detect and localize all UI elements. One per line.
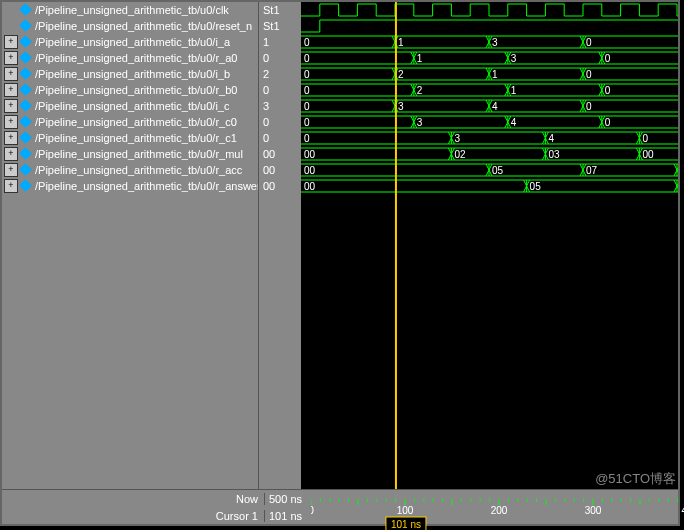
- signal-value: 00: [259, 146, 301, 162]
- svg-text:0: 0: [304, 69, 310, 80]
- svg-text:4: 4: [492, 101, 498, 112]
- watermark: @51CTO博客: [595, 470, 676, 488]
- signal-row[interactable]: /Pipeline_unsigned_arithmetic_tb/u0/rese…: [2, 18, 258, 34]
- svg-text:200: 200: [491, 505, 508, 516]
- cursor-label: Cursor 1: [2, 510, 264, 522]
- signal-value: St1: [259, 18, 301, 34]
- svg-text:0: 0: [304, 53, 310, 64]
- svg-text:0: 0: [304, 117, 310, 128]
- waveform-panel[interactable]: 0130013002100210034003400340000203000005…: [301, 2, 678, 489]
- signal-name: /Pipeline_unsigned_arithmetic_tb/u0/r_mu…: [35, 148, 243, 160]
- svg-text:0: 0: [304, 37, 310, 48]
- now-value: 500 ns: [264, 493, 311, 505]
- signal-icon: [20, 132, 32, 144]
- signal-value: 0: [259, 114, 301, 130]
- expand-icon[interactable]: +: [4, 83, 18, 97]
- signal-row[interactable]: +/Pipeline_unsigned_arithmetic_tb/u0/r_a…: [2, 162, 258, 178]
- svg-text:0: 0: [586, 101, 592, 112]
- svg-text:0: 0: [304, 101, 310, 112]
- now-label: Now: [2, 493, 264, 505]
- signal-icon: [20, 4, 32, 16]
- signal-row[interactable]: /Pipeline_unsigned_arithmetic_tb/u0/clk: [2, 2, 258, 18]
- signal-row[interactable]: +/Pipeline_unsigned_arithmetic_tb/u0/r_a…: [2, 178, 258, 194]
- svg-text:2: 2: [398, 69, 404, 80]
- svg-text:3: 3: [511, 53, 517, 64]
- signal-row[interactable]: +/Pipeline_unsigned_arithmetic_tb/u0/r_a…: [2, 50, 258, 66]
- signal-value: 0: [259, 50, 301, 66]
- signal-value: 0: [259, 82, 301, 98]
- signal-icon: [20, 20, 32, 32]
- signal-icon: [20, 36, 32, 48]
- expand-icon[interactable]: +: [4, 147, 18, 161]
- svg-text:03: 03: [548, 149, 560, 160]
- signal-value: 1: [259, 34, 301, 50]
- signal-name: /Pipeline_unsigned_arithmetic_tb/u0/r_c0: [35, 116, 237, 128]
- signal-icon: [20, 148, 32, 160]
- signal-icon: [20, 84, 32, 96]
- signal-icon: [20, 164, 32, 176]
- svg-text:4: 4: [548, 133, 554, 144]
- svg-text:0: 0: [605, 117, 611, 128]
- signal-row[interactable]: +/Pipeline_unsigned_arithmetic_tb/u0/r_c…: [2, 114, 258, 130]
- expand-icon[interactable]: +: [4, 67, 18, 81]
- signal-row[interactable]: +/Pipeline_unsigned_arithmetic_tb/u0/r_m…: [2, 146, 258, 162]
- signal-value: 0: [259, 130, 301, 146]
- signal-name: /Pipeline_unsigned_arithmetic_tb/u0/i_a: [35, 36, 230, 48]
- signal-name: /Pipeline_unsigned_arithmetic_tb/u0/i_c: [35, 100, 229, 112]
- svg-text:00: 00: [304, 149, 316, 160]
- signal-row[interactable]: +/Pipeline_unsigned_arithmetic_tb/u0/i_b: [2, 66, 258, 82]
- signal-row[interactable]: +/Pipeline_unsigned_arithmetic_tb/u0/r_c…: [2, 130, 258, 146]
- expand-icon[interactable]: +: [4, 179, 18, 193]
- expand-icon[interactable]: +: [4, 99, 18, 113]
- svg-text:100: 100: [397, 505, 414, 516]
- signal-name: /Pipeline_unsigned_arithmetic_tb/u0/r_c1: [35, 132, 237, 144]
- signal-row[interactable]: +/Pipeline_unsigned_arithmetic_tb/u0/i_a: [2, 34, 258, 50]
- svg-text:02: 02: [454, 149, 466, 160]
- expand-icon[interactable]: +: [4, 51, 18, 65]
- signal-value: 2: [259, 66, 301, 82]
- cursor-value[interactable]: 101 ns: [264, 510, 311, 522]
- svg-text:0: 0: [605, 53, 611, 64]
- svg-text:0: 0: [605, 85, 611, 96]
- svg-text:1: 1: [492, 69, 498, 80]
- signal-name: /Pipeline_unsigned_arithmetic_tb/u0/r_ac…: [35, 164, 242, 176]
- svg-text:00: 00: [304, 165, 316, 176]
- svg-text:07: 07: [586, 165, 598, 176]
- svg-text:4: 4: [511, 117, 517, 128]
- signal-row[interactable]: +/Pipeline_unsigned_arithmetic_tb/u0/i_c: [2, 98, 258, 114]
- svg-text:0: 0: [586, 37, 592, 48]
- svg-text:1: 1: [511, 85, 517, 96]
- signal-icon: [20, 52, 32, 64]
- svg-text:00: 00: [304, 181, 316, 192]
- signal-icon: [20, 116, 32, 128]
- signal-value: 00: [259, 162, 301, 178]
- signal-values-panel: St1St11020300000000: [258, 2, 301, 489]
- svg-text:00: 00: [642, 149, 654, 160]
- svg-text:05: 05: [530, 181, 542, 192]
- svg-text:0: 0: [304, 85, 310, 96]
- signal-icon: [20, 100, 32, 112]
- signal-value: 00: [259, 178, 301, 194]
- signal-name: /Pipeline_unsigned_arithmetic_tb/u0/i_b: [35, 68, 230, 80]
- svg-text:3: 3: [454, 133, 460, 144]
- svg-text:0: 0: [311, 505, 314, 516]
- signal-value: St1: [259, 2, 301, 18]
- svg-text:300: 300: [585, 505, 602, 516]
- expand-icon[interactable]: +: [4, 115, 18, 129]
- expand-icon[interactable]: +: [4, 131, 18, 145]
- svg-text:0: 0: [586, 69, 592, 80]
- signal-row[interactable]: +/Pipeline_unsigned_arithmetic_tb/u0/r_b…: [2, 82, 258, 98]
- svg-text:1: 1: [398, 37, 404, 48]
- signal-name: /Pipeline_unsigned_arithmetic_tb/u0/r_b0: [35, 84, 237, 96]
- svg-text:05: 05: [492, 165, 504, 176]
- svg-text:0: 0: [304, 133, 310, 144]
- svg-text:1: 1: [417, 53, 423, 64]
- expand-icon[interactable]: +: [4, 35, 18, 49]
- svg-text:3: 3: [417, 117, 423, 128]
- signal-name: /Pipeline_unsigned_arithmetic_tb/u0/rese…: [35, 20, 252, 32]
- signal-icon: [20, 180, 32, 192]
- signal-name: /Pipeline_unsigned_arithmetic_tb/u0/r_an…: [35, 180, 258, 192]
- expand-icon[interactable]: +: [4, 163, 18, 177]
- signal-icon: [20, 68, 32, 80]
- footer: Now 500 ns 010020030040 Cursor 1 101 ns …: [2, 489, 678, 524]
